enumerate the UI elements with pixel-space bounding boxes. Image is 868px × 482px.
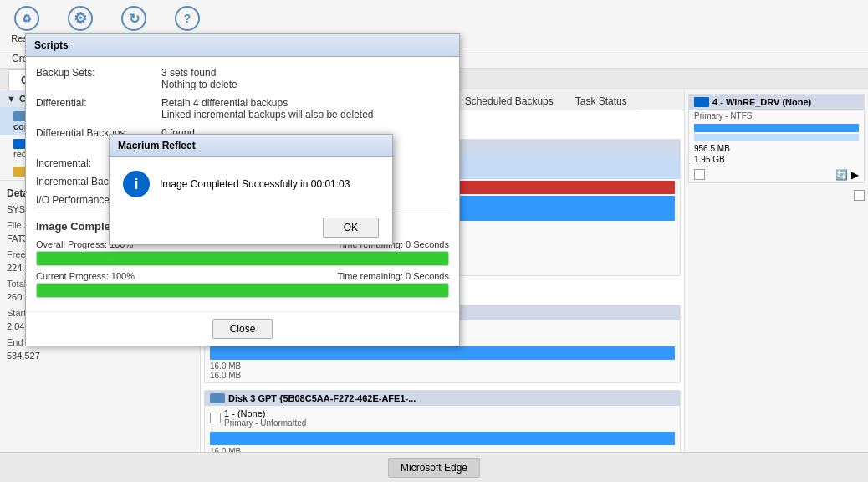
success-dialog-title: Macrium Reflect — [118, 140, 196, 151]
success-message: Image Completed Successfully in 00:01:03 — [160, 178, 350, 190]
disk3-drive-icon — [210, 393, 225, 403]
ok-button[interactable]: OK — [323, 218, 379, 238]
details-endsector-value: 534,527 — [7, 351, 40, 361]
disk3-p1-checkbox[interactable] — [210, 413, 221, 423]
taskbar: Microsoft Edge — [0, 452, 868, 482]
right-size2: 1.95 GB — [689, 155, 864, 167]
right-disk-bar1 — [694, 124, 859, 132]
success-dialog: Macrium Reflect i Image Completed Succes… — [109, 134, 393, 245]
right-icon2[interactable]: ▶ — [851, 169, 859, 181]
right-disk-bar2 — [694, 134, 859, 141]
current-time: Time remaining: 0 Seconds — [338, 271, 450, 281]
backup-sets-value: 3 sets found Nothing to delete — [161, 67, 449, 90]
right-disk-header: 4 - WinRE_DRV (None) — [689, 95, 864, 110]
success-dialog-titlebar: Macrium Reflect — [110, 135, 392, 157]
disk3-p1-sublabel: Primary - Unformatted — [224, 418, 306, 428]
right-disk-item: 4 - WinRE_DRV (None) Primary - NTFS 956.… — [688, 94, 865, 183]
disk2-size-info: 16.0 MB 16.0 MB — [205, 362, 680, 382]
disk3-label: Disk 3 GPT {5B08C5AA-F272-462E-AFE1-... — [228, 393, 416, 403]
differential-label: Differential: — [36, 97, 161, 109]
defaults-icon: ⚙ — [67, 5, 94, 32]
progress-close-button[interactable]: Close — [212, 319, 273, 339]
tab-task-status[interactable]: Task Status — [564, 91, 638, 110]
right-panel: 4 - WinRE_DRV (None) Primary - NTFS 956.… — [684, 90, 868, 482]
current-progress-label: Current Progress: 100% — [36, 271, 135, 281]
disk3-blue-bar — [210, 432, 675, 445]
disk3-partition1[interactable]: 1 - (None) Primary - Unformatted — [205, 406, 680, 430]
tab-scheduled-backups[interactable]: Scheduled Backups — [454, 91, 564, 110]
current-progress-label-row: Current Progress: 100% Time remaining: 0… — [36, 271, 449, 281]
right-bottom-checkbox — [688, 190, 865, 201]
right-icons: 🔄 ▶ — [835, 169, 859, 181]
right-disk-sizes: 956.5 MB — [689, 142, 864, 155]
right-disk-label: 4 - WinRE_DRV (None) — [712, 97, 811, 107]
right-size1: 956.5 MB — [694, 144, 730, 153]
overall-progress-bar-outer — [36, 251, 449, 266]
right-icon1[interactable]: 🔄 — [835, 169, 848, 181]
updates-icon: ↻ — [120, 5, 147, 32]
differential-value: Retain 4 differential backups Linked inc… — [161, 97, 449, 120]
success-dialog-body: i Image Completed Successfully in 00:01:… — [110, 157, 392, 211]
progress-dialog-footer: Close — [26, 311, 459, 346]
disk3-p1-info: 1 - (None) Primary - Unformatted — [224, 408, 306, 428]
chevron-down-icon: ▼ — [7, 94, 16, 104]
current-progress-container: Current Progress: 100% Time remaining: 0… — [36, 271, 449, 298]
backup-sets-row: Backup Sets: 3 sets found Nothing to del… — [36, 67, 449, 90]
disk2-blue-bar — [210, 346, 675, 360]
info-icon: i — [123, 171, 150, 197]
help-icon: ? — [174, 5, 201, 32]
progress-dialog-title: Scripts — [34, 39, 69, 51]
differential-row: Differential: Retain 4 differential back… — [36, 97, 449, 120]
right-disk-sublabel: Primary - NTFS — [689, 110, 864, 122]
current-progress-bar-inner — [37, 284, 448, 297]
current-progress-bar-outer — [36, 283, 449, 298]
right-bottom-check[interactable] — [854, 190, 865, 201]
overall-progress-bar-inner — [37, 252, 448, 265]
right-disk-actions: 🔄 ▶ — [689, 167, 864, 182]
backup-sets-label: Backup Sets: — [36, 67, 161, 79]
right-win-icon — [694, 97, 709, 107]
taskbar-edge-button[interactable]: Microsoft Edge — [388, 458, 480, 478]
disk3-p1-label: 1 - (None) — [224, 408, 306, 418]
success-dialog-footer: OK — [110, 211, 392, 244]
disk3-header: Disk 3 GPT {5B08C5AA-F272-462E-AFE1-... — [205, 391, 680, 406]
rescue-icon: ♻ — [13, 5, 40, 32]
progress-dialog-titlebar: Scripts — [26, 34, 459, 57]
right-checkbox[interactable] — [694, 169, 705, 180]
